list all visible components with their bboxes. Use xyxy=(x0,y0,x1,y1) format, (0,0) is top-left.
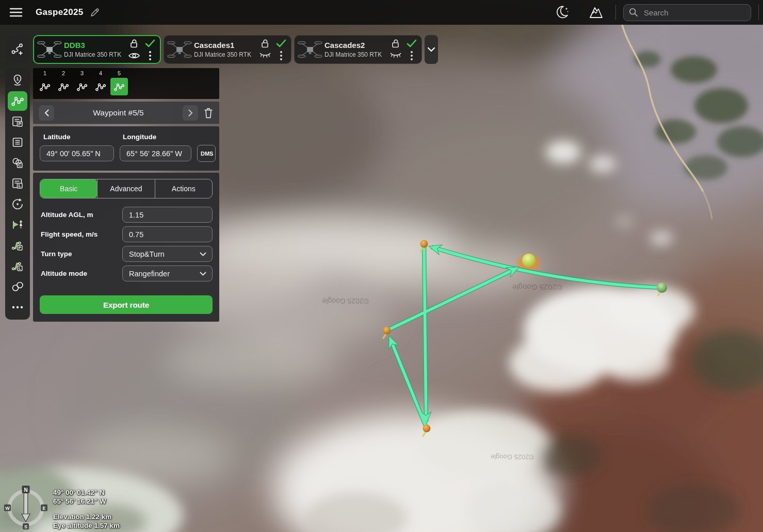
search-input[interactable] xyxy=(643,8,745,18)
vehicle-card-cascades1[interactable]: Cascades1 DJI Matrice 350 RTK xyxy=(164,35,291,64)
waypoint-header: Waypoint #5/5 xyxy=(33,102,219,124)
chevron-left-icon xyxy=(44,109,49,117)
vehicle-card-ddb3[interactable]: DDB3 DJI Matrice 350 RTK xyxy=(33,35,161,64)
waypoint-route-icon xyxy=(113,82,125,91)
waypoint-thumb-3[interactable]: 3 xyxy=(73,68,91,95)
tool-corridor-photo[interactable]: P xyxy=(7,235,28,256)
longitude-input[interactable] xyxy=(120,145,191,161)
vehicle-model: DJI Matrice 350 RTK xyxy=(194,51,259,58)
tool-orbit-scan[interactable] xyxy=(7,194,28,214)
imagery-watermark: ©2025 Google xyxy=(322,297,369,305)
thumb-number: 1 xyxy=(43,70,46,77)
compass-north-label: N xyxy=(24,487,27,493)
visibility-off-icon[interactable] xyxy=(259,52,271,59)
visibility-off-icon[interactable] xyxy=(389,52,402,59)
altitude-agl-input[interactable] xyxy=(122,207,213,223)
waypoint-route-icon xyxy=(39,82,51,91)
compass[interactable]: N E S W xyxy=(3,485,48,530)
cursor-latitude: 49° 00' 01.42" N xyxy=(53,488,120,497)
tool-waypoint-route[interactable] xyxy=(8,91,27,111)
tool-takeoff-point[interactable] xyxy=(7,214,28,235)
flight-speed-input[interactable] xyxy=(122,226,213,242)
visibility-on-icon[interactable] xyxy=(128,52,140,60)
waypoint-panel: 1 2 3 4 5 Waypoint #5/5 xyxy=(33,68,219,322)
active-check-icon xyxy=(407,39,417,47)
vehicle-name: Cascades1 xyxy=(194,41,259,49)
vehicle-name: Cascades2 xyxy=(324,41,389,49)
tool-area-scan[interactable] xyxy=(7,132,28,153)
turn-type-select[interactable]: Stop&Turn xyxy=(122,246,213,262)
new-route-toolbox xyxy=(5,36,30,63)
tab-basic[interactable]: Basic xyxy=(40,179,97,198)
cursor-longitude: 65° 56' 16.21" W xyxy=(53,497,120,506)
new-route-button[interactable] xyxy=(7,39,28,60)
card-menu-icon[interactable] xyxy=(149,51,152,61)
flight-speed-label: Flight speed, m/s xyxy=(40,230,122,238)
elevation-profile-icon[interactable] xyxy=(586,5,604,20)
compass-south-label: S xyxy=(24,524,27,529)
topbar-divider xyxy=(758,5,759,20)
unlocked-icon xyxy=(261,39,270,48)
main-menu-button[interactable] xyxy=(10,8,22,17)
svg-text:C: C xyxy=(18,162,21,168)
svg-text:L: L xyxy=(19,266,21,271)
topbar-divider xyxy=(615,5,616,20)
delete-waypoint-button[interactable] xyxy=(203,107,214,119)
tab-advanced[interactable]: Advanced xyxy=(97,179,154,198)
waypoint-thumbnail-strip: 1 2 3 4 5 xyxy=(33,68,219,99)
chevron-down-icon xyxy=(200,252,206,256)
thumb-number: 2 xyxy=(62,70,65,77)
next-waypoint-button[interactable] xyxy=(183,105,198,121)
mission-title: Gaspe2025 xyxy=(36,7,84,18)
compass-west-label: W xyxy=(5,506,10,511)
waypoint-thumb-1[interactable]: 1 xyxy=(36,68,54,95)
latitude-label: Latitude xyxy=(40,133,120,141)
latitude-input[interactable] xyxy=(40,145,114,161)
altitude-mode-select[interactable]: Rangefinder xyxy=(122,265,213,281)
edit-title-icon[interactable] xyxy=(90,8,100,17)
tab-actions[interactable]: Actions xyxy=(155,179,212,198)
turn-type-value: Stop&Turn xyxy=(129,250,165,258)
altitude-agl-label: Altitude AGL, m xyxy=(40,211,122,219)
active-check-icon xyxy=(145,39,155,47)
chevron-down-icon xyxy=(427,47,435,52)
waypoint-thumb-4[interactable]: 4 xyxy=(91,68,110,95)
card-menu-icon[interactable] xyxy=(280,51,283,61)
expand-vehicle-list-button[interactable] xyxy=(425,35,438,64)
tool-corridor-laser[interactable]: L xyxy=(7,256,28,276)
active-check-icon xyxy=(276,39,286,47)
eye-altitude-readout: Eye altitude 1.57 km xyxy=(53,521,120,530)
drone-thumbnail xyxy=(166,39,193,60)
svg-text:1: 1 xyxy=(16,76,19,81)
waypoint-thumb-2[interactable]: 2 xyxy=(54,68,73,95)
drone-thumbnail xyxy=(36,39,63,60)
card-menu-icon[interactable] xyxy=(410,51,413,61)
previous-waypoint-button[interactable] xyxy=(39,105,54,121)
tool-photogrammetry-plan[interactable]: P xyxy=(7,111,28,132)
export-route-button[interactable]: Export route xyxy=(40,295,213,314)
waypoint-title: Waypoint #5/5 xyxy=(58,108,178,118)
top-bar: Gaspe2025 xyxy=(0,0,763,25)
tool-laser-scan-plan[interactable]: L xyxy=(7,173,28,194)
geo-status: 49° 00' 01.42" N 65° 56' 16.21" W Elevat… xyxy=(53,488,120,530)
dms-toggle-button[interactable]: DMS xyxy=(197,145,216,162)
settings-tabs: Basic Advanced Actions xyxy=(40,179,213,198)
drone-thumbnail xyxy=(297,39,323,60)
unlocked-icon xyxy=(129,39,139,48)
coordinates-card: Latitude Longitude DMS xyxy=(33,126,219,171)
vehicle-card-row: DDB3 DJI Matrice 350 RTK Cascades1 DJI M… xyxy=(33,35,438,64)
elevation-readout: Elevation 1.22 km xyxy=(53,512,120,521)
thumb-number: 4 xyxy=(99,70,102,77)
tool-linked-circles[interactable] xyxy=(7,276,28,297)
night-mode-icon[interactable] xyxy=(554,4,570,21)
compass-east-label: E xyxy=(42,506,45,511)
thumb-number: 5 xyxy=(118,70,121,77)
tool-more[interactable] xyxy=(7,297,28,318)
thumb-number: 3 xyxy=(80,70,84,77)
vehicle-card-cascades2[interactable]: Cascades2 DJI Matrice 350 RTK xyxy=(294,35,422,64)
waypoint-thumb-5-active[interactable]: 5 xyxy=(110,68,128,95)
search-box[interactable] xyxy=(623,4,751,21)
tool-waypoint-pin[interactable]: 1 xyxy=(7,70,28,91)
tool-circle-photo[interactable]: C xyxy=(7,153,28,173)
waypoint-route-icon xyxy=(76,82,88,91)
